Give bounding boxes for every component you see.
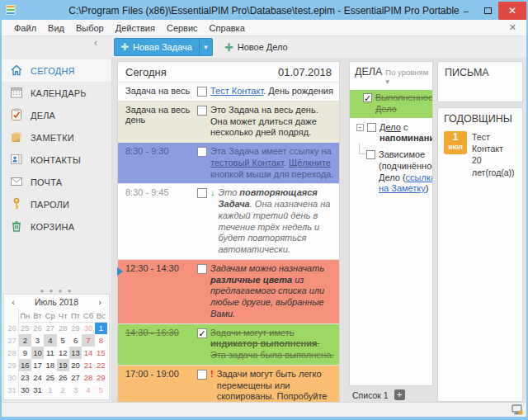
task-row[interactable]: Задача на весьТест Контакт. День рождени… (118, 83, 339, 101)
calendar-day[interactable]: 2 (18, 334, 31, 347)
calendar-day[interactable]: 30 (82, 322, 94, 334)
inline-link[interactable]: Щёлкните (289, 158, 331, 168)
todo-item[interactable]: Зависимое (подчинённое Дело (ссылка на З… (355, 147, 430, 197)
calendar-day[interactable]: 27 (44, 322, 56, 334)
new-todo-button[interactable]: ✚ Новое Дело (224, 41, 288, 54)
calendar-day[interactable]: 6 (69, 334, 82, 347)
calendar-day[interactable]: 31 (31, 384, 44, 396)
task-checkbox[interactable] (197, 188, 207, 198)
calendar-day[interactable]: 14 (82, 347, 94, 359)
task-row[interactable]: 17:00 - 19:00!Задачи могут быть легко пе… (118, 366, 339, 402)
calendar-day[interactable]: 20 (69, 359, 82, 371)
calendar-day[interactable]: 28 (82, 371, 94, 384)
sidebar-item-calendar[interactable]: КАЛЕНДАРЬ (2, 82, 111, 104)
calendar-day[interactable]: 10 (31, 347, 44, 359)
sidebar-item-home[interactable]: СЕГОДНЯ (2, 59, 111, 82)
calendar-day[interactable]: 5 (57, 334, 69, 347)
sidebar-item-todo-clipboard[interactable]: ДЕЛА (2, 104, 111, 126)
calendar-day[interactable]: 17 (31, 359, 44, 371)
calendar-month-title[interactable]: Июль 2018 (17, 297, 96, 307)
calendar-day[interactable]: 4 (44, 334, 56, 347)
menu-help[interactable]: Справка (204, 21, 251, 35)
calendar-day[interactable]: 16 (18, 359, 31, 371)
calendar-day[interactable]: 18 (44, 359, 56, 371)
calendar-day[interactable]: 29 (69, 322, 82, 334)
calendar-day[interactable]: 15 (95, 347, 107, 359)
calendar-day[interactable]: 1 (95, 322, 107, 334)
calendar-day[interactable]: 24 (31, 371, 44, 384)
task-row[interactable]: 8:30 - 9:45↓Это повторяющаяся Задача. Он… (118, 184, 339, 260)
inline-link[interactable]: Тест Контакт (210, 86, 263, 96)
sidebar-item-key[interactable]: ПАРОЛИ (2, 193, 111, 215)
task-checkbox[interactable] (197, 370, 207, 380)
new-task-dropdown-button[interactable]: ▼ (199, 39, 212, 55)
calendar-day[interactable]: 7 (82, 334, 94, 347)
todo-checkbox[interactable] (363, 93, 372, 102)
calendar-day[interactable]: 9 (18, 347, 31, 359)
calendar-day[interactable]: 25 (44, 371, 56, 384)
menu-view[interactable]: Вид (42, 21, 70, 35)
calendar-day[interactable]: 1 (44, 384, 56, 396)
menu-actions[interactable]: Действия (110, 21, 161, 35)
sidebar-item-notes[interactable]: ЗАМЕТКИ (2, 126, 111, 149)
calendar-day[interactable]: 3 (69, 384, 82, 396)
calendar-day[interactable]: 3 (31, 334, 44, 347)
todo-item[interactable]: −Дело с напоминанием (355, 120, 430, 148)
calendar-day[interactable]: 23 (18, 371, 31, 384)
calendar-day[interactable]: 30 (18, 384, 31, 396)
todo-checkbox[interactable] (366, 150, 375, 159)
task-checkbox[interactable] (197, 264, 207, 274)
sidebar-item-mail[interactable]: ПОЧТА (2, 171, 111, 193)
anniversary-entry[interactable]: 1 июл Тест Контакт 20 лет(год(а)) (444, 131, 516, 178)
sidebar-item-contacts[interactable]: КОНТАКТЫ (2, 149, 111, 171)
sidebar-item-trash[interactable]: КОРЗИНА (2, 215, 111, 238)
calendar-day[interactable]: 21 (82, 359, 94, 371)
task-checkbox[interactable] (197, 87, 207, 97)
menu-select[interactable]: Выбор (70, 21, 110, 35)
calendar-day[interactable]: 22 (95, 359, 107, 371)
collapse-sidebar-button[interactable]: ‹ (94, 37, 97, 49)
task-row[interactable]: Задача на весь деньЭто Задача на весь де… (118, 101, 339, 143)
calendar-day[interactable]: 13 (69, 347, 82, 359)
calendar-day[interactable]: 11 (44, 347, 56, 359)
calendar-dow-label: Пн (18, 309, 31, 322)
close-button[interactable]: ✕ (498, 2, 526, 20)
calendar-day[interactable]: 29 (95, 371, 107, 384)
todo-list-tab[interactable]: Список 1 (352, 390, 389, 400)
task-checkbox[interactable] (197, 328, 207, 338)
menu-file[interactable]: Файл (8, 21, 42, 35)
task-checkbox[interactable] (197, 147, 207, 157)
calendar-day[interactable]: 8 (95, 334, 107, 347)
add-list-button[interactable]: + (394, 389, 405, 400)
todo-item[interactable]: Выполненное Дело (350, 90, 432, 118)
new-task-button[interactable]: ✚ Новая Задача ▼ (114, 38, 213, 56)
todo-checkbox[interactable] (367, 123, 376, 132)
calendar-day[interactable]: 5 (95, 384, 107, 396)
menubar-close-icon[interactable]: ✕ (506, 22, 520, 33)
calendar-next-button[interactable]: › (96, 297, 104, 307)
calendar-day[interactable]: 2 (57, 384, 69, 396)
tree-collapse-icon[interactable]: − (356, 124, 364, 131)
sync-status-icon[interactable] (510, 404, 523, 415)
calendar-day[interactable]: 25 (18, 322, 31, 334)
title-bar: C:\Program Files (x86)\EssentialPIM Pro\… (2, 2, 526, 20)
sidebar-splitter[interactable]: ● ● ● ● (2, 287, 111, 294)
calendar-day[interactable]: 12 (57, 347, 69, 359)
calendar-day[interactable]: 4 (82, 384, 94, 396)
minimize-button[interactable]: – (455, 2, 477, 20)
calendar-day[interactable]: 19 (57, 359, 69, 371)
today-agenda: Сегодня01.07.2018Задача на весьТест Конт… (112, 58, 345, 402)
inline-link[interactable]: тестовый Контакт (210, 158, 284, 168)
maximize-button[interactable] (477, 2, 498, 20)
calendar-day[interactable]: 26 (57, 371, 69, 384)
calendar-day[interactable]: 26 (31, 322, 44, 334)
todo-view-dropdown[interactable]: По уровням ▾ (385, 68, 430, 86)
calendar-day[interactable]: 28 (57, 322, 69, 334)
task-row[interactable]: 12:30 - 14:30Задачам можно назначать раз… (118, 260, 339, 324)
menu-service[interactable]: Сервис (161, 21, 204, 35)
task-row[interactable]: 14:30 - 16:30Задачи могут иметь индикато… (118, 324, 339, 366)
task-checkbox[interactable] (197, 106, 207, 116)
calendar-day[interactable]: 27 (69, 371, 82, 384)
task-row[interactable]: 8:30 - 9:30Эта Задача имеет ссылку на те… (118, 143, 339, 184)
calendar-prev-button[interactable]: ‹ (9, 297, 17, 307)
